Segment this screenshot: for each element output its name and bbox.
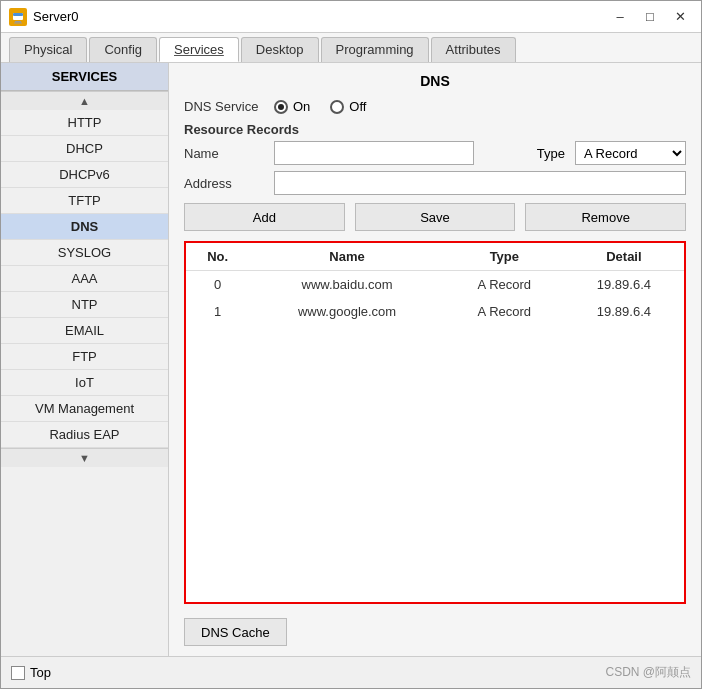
dns-off-label: Off (349, 99, 366, 114)
sidebar-scroll: ▲ HTTP DHCP DHCPv6 TFTP DNS SYSLOG AAA N… (1, 91, 168, 656)
main-window: Server0 – □ ✕ Physical Config Services D… (0, 0, 702, 689)
sidebar-item-aaa[interactable]: AAA (1, 266, 168, 292)
cell-detail: 19.89.6.4 (564, 271, 684, 299)
name-type-row: Name Type A Record AAAA Record CNAME MX … (184, 141, 686, 165)
address-row: Address (184, 171, 686, 195)
sidebar-item-dhcpv6[interactable]: DHCPv6 (1, 162, 168, 188)
cell-name: www.google.com (249, 298, 445, 325)
sidebar-item-ntp[interactable]: NTP (1, 292, 168, 318)
sidebar-item-syslog[interactable]: SYSLOG (1, 240, 168, 266)
minimize-button[interactable]: – (607, 6, 633, 28)
top-label: Top (30, 665, 51, 680)
records-table-container: No. Name Type Detail 0www.baidu.comA Rec… (184, 241, 686, 604)
dns-service-radio-group: On Off (274, 99, 366, 114)
address-input[interactable] (274, 171, 686, 195)
tab-config[interactable]: Config (89, 37, 157, 62)
content-area: DNS DNS Service On Off Resource Records (169, 63, 701, 656)
close-button[interactable]: ✕ (667, 6, 693, 28)
dns-on-radio[interactable] (274, 100, 288, 114)
cell-name: www.baidu.com (249, 271, 445, 299)
scroll-up-arrow[interactable]: ▲ (1, 91, 168, 110)
window-title: Server0 (33, 9, 607, 24)
svg-rect-2 (13, 13, 23, 16)
col-no: No. (186, 243, 249, 271)
records-table: No. Name Type Detail 0www.baidu.comA Rec… (186, 243, 684, 325)
tab-programming[interactable]: Programming (321, 37, 429, 62)
name-label: Name (184, 146, 264, 161)
tab-services[interactable]: Services (159, 37, 239, 62)
dns-service-row: DNS Service On Off (184, 99, 686, 114)
svg-rect-4 (14, 22, 22, 23)
svg-rect-3 (15, 21, 21, 23)
dns-title: DNS (184, 73, 686, 89)
address-label: Address (184, 176, 264, 191)
remove-button[interactable]: Remove (525, 203, 686, 231)
cell-type: A Record (445, 271, 564, 299)
sidebar-item-email[interactable]: EMAIL (1, 318, 168, 344)
dns-service-on-option[interactable]: On (274, 99, 310, 114)
type-select[interactable]: A Record AAAA Record CNAME MX NS SOA (575, 141, 686, 165)
tab-attributes[interactable]: Attributes (431, 37, 516, 62)
top-checkbox[interactable] (11, 666, 25, 680)
table-row[interactable]: 1www.google.comA Record19.89.6.4 (186, 298, 684, 325)
cell-no: 0 (186, 271, 249, 299)
dns-on-label: On (293, 99, 310, 114)
table-header-row: No. Name Type Detail (186, 243, 684, 271)
sidebar-item-dhcp[interactable]: DHCP (1, 136, 168, 162)
app-icon (9, 8, 27, 26)
type-label: Type (537, 146, 565, 161)
dns-off-radio[interactable] (330, 100, 344, 114)
tab-desktop[interactable]: Desktop (241, 37, 319, 62)
sidebar-item-tftp[interactable]: TFTP (1, 188, 168, 214)
dns-service-off-option[interactable]: Off (330, 99, 366, 114)
table-row[interactable]: 0www.baidu.comA Record19.89.6.4 (186, 271, 684, 299)
sidebar-item-vm-management[interactable]: VM Management (1, 396, 168, 422)
dns-cache-button[interactable]: DNS Cache (184, 618, 287, 646)
add-button[interactable]: Add (184, 203, 345, 231)
sidebar-header: SERVICES (1, 63, 168, 91)
name-input[interactable] (274, 141, 474, 165)
dns-service-label: DNS Service (184, 99, 264, 114)
col-detail: Detail (564, 243, 684, 271)
scroll-down-arrow[interactable]: ▼ (1, 448, 168, 467)
title-bar: Server0 – □ ✕ (1, 1, 701, 33)
window-controls: – □ ✕ (607, 6, 693, 28)
tab-physical[interactable]: Physical (9, 37, 87, 62)
watermark: CSDN @阿颠点 (605, 664, 691, 681)
main-content: SERVICES ▲ HTTP DHCP DHCPv6 TFTP DNS SYS… (1, 63, 701, 656)
maximize-button[interactable]: □ (637, 6, 663, 28)
bottom-bar: Top CSDN @阿颠点 (1, 656, 701, 688)
sidebar-item-ftp[interactable]: FTP (1, 344, 168, 370)
cell-no: 1 (186, 298, 249, 325)
sidebar-item-dns[interactable]: DNS (1, 214, 168, 240)
col-type: Type (445, 243, 564, 271)
sidebar: SERVICES ▲ HTTP DHCP DHCPv6 TFTP DNS SYS… (1, 63, 169, 656)
top-checkbox-row[interactable]: Top (11, 665, 51, 680)
sidebar-item-radius-eap[interactable]: Radius EAP (1, 422, 168, 448)
action-buttons: Add Save Remove (184, 203, 686, 231)
save-button[interactable]: Save (355, 203, 516, 231)
sidebar-item-http[interactable]: HTTP (1, 110, 168, 136)
cell-type: A Record (445, 298, 564, 325)
resource-records-label: Resource Records (184, 122, 686, 137)
col-name: Name (249, 243, 445, 271)
cell-detail: 19.89.6.4 (564, 298, 684, 325)
sidebar-item-iot[interactable]: IoT (1, 370, 168, 396)
tab-bar: Physical Config Services Desktop Program… (1, 33, 701, 63)
